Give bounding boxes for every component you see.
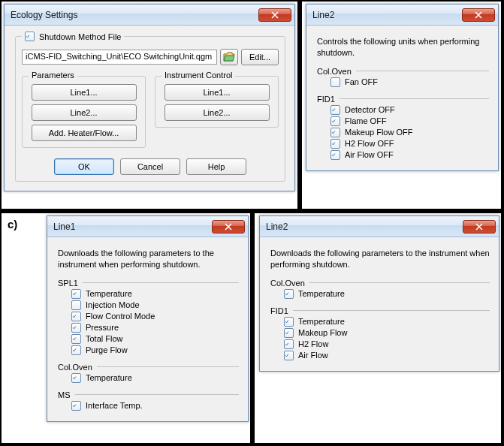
shutdown-method-group: Shutdown Method File iCMS-FID_Switching_… <box>15 36 285 182</box>
dialog-params-line1: Line1 Downloads the following parameters… <box>47 215 249 422</box>
titlebar: Line1 <box>47 216 248 237</box>
description-text: Downloads the following parameters to th… <box>58 248 239 271</box>
close-icon <box>475 11 482 19</box>
close-button[interactable] <box>212 220 245 234</box>
section-label: Col.Oven <box>58 363 92 372</box>
section-label: Col.Oven <box>270 279 305 288</box>
section-col-oven: Col.Oven <box>317 67 489 76</box>
instr-line2-button[interactable]: Line2... <box>164 104 270 121</box>
makeup-flow-off-checkbox[interactable] <box>330 128 340 137</box>
dialog-title: Line2 <box>266 221 463 232</box>
coloven-temperature-checkbox[interactable] <box>71 373 81 383</box>
parameters-group: Parameters Line1... Line2... Add. Heater… <box>22 76 146 148</box>
section-label: MS <box>58 390 71 399</box>
fan-off-checkbox[interactable] <box>330 77 340 87</box>
makeup-flow-checkbox[interactable] <box>284 328 294 338</box>
dialog-params-line2: Line2 Downloads the following parameters… <box>259 215 499 372</box>
instrument-control-legend: Instrument Control <box>161 71 235 80</box>
titlebar: Line2 <box>306 5 498 26</box>
dialog-title: Line1 <box>53 221 212 232</box>
h2-flow-checkbox[interactable] <box>284 339 294 349</box>
params-line1-button[interactable]: Line1... <box>32 84 137 101</box>
dialog-title: Ecology Settings <box>11 10 258 20</box>
folder-open-icon <box>223 52 235 62</box>
fid-temperature-checkbox[interactable] <box>284 317 294 327</box>
method-file-input[interactable]: iCMS-FID_Switching_Unit\ECO SwitchingUni… <box>22 50 217 65</box>
dialog-instrument-line2: Line2 Controls the following units when … <box>306 4 499 171</box>
section-spl1: SPL1 <box>58 279 239 288</box>
browse-button[interactable] <box>220 49 238 65</box>
section-label: SPL1 <box>58 279 78 288</box>
dialog-ecology-settings: Ecology Settings Shutdown Method File iC… <box>4 4 295 191</box>
checkbox-label: Temperature <box>298 289 345 298</box>
air-flow-off-checkbox[interactable] <box>330 150 340 160</box>
checkbox-label: Injection Mode <box>86 300 140 309</box>
injection-mode-checkbox[interactable] <box>71 300 81 310</box>
checkbox-label: Total Flow <box>86 334 123 343</box>
instrument-control-group: Instrument Control Line1... Line2... <box>155 76 279 128</box>
help-button[interactable]: Help <box>186 158 246 175</box>
parameters-legend: Parameters <box>29 71 77 80</box>
pressure-checkbox[interactable] <box>71 323 81 333</box>
edit-button[interactable]: Edit... <box>241 49 279 65</box>
section-label: FID1 <box>270 306 288 315</box>
checkbox-label: Pressure <box>86 323 119 332</box>
flame-off-checkbox[interactable] <box>330 116 340 126</box>
cancel-button[interactable]: Cancel <box>120 158 180 175</box>
checkbox-label: Air Flow OFF <box>345 150 394 159</box>
section-ms: MS <box>58 390 239 399</box>
section-fid1: FID1 <box>270 306 490 315</box>
checkbox-label: Makeup Flow OFF <box>345 128 412 137</box>
close-button[interactable] <box>258 8 291 22</box>
checkbox-label: Temperature <box>298 317 345 326</box>
dialog-title: Line2 <box>312 10 462 20</box>
section-label: Col.Oven <box>317 67 352 76</box>
section-col-oven: Col.Oven <box>270 279 490 288</box>
checkbox-label: Purge Flow <box>86 345 128 354</box>
params-add-heater-flow-button[interactable]: Add. Heater/Flow... <box>32 125 137 141</box>
instr-line1-button[interactable]: Line1... <box>164 84 270 101</box>
checkbox-label: Fan OFF <box>345 77 378 86</box>
checkbox-label: Temperature <box>86 289 132 298</box>
panel-c: c) Line1 Downloads the following paramet… <box>0 212 252 444</box>
detector-off-checkbox[interactable] <box>330 105 340 115</box>
checkbox-label: H2 Flow <box>298 339 328 348</box>
checkbox-label: H2 Flow OFF <box>345 139 394 148</box>
description-text: Controls the following units when perfor… <box>317 36 489 59</box>
checkbox-label: Detector OFF <box>345 105 395 114</box>
purge-flow-checkbox[interactable] <box>71 345 81 355</box>
close-icon <box>475 223 483 231</box>
interface-temp-checkbox[interactable] <box>71 401 81 411</box>
titlebar: Ecology Settings <box>5 5 294 26</box>
close-button[interactable] <box>463 220 496 234</box>
total-flow-checkbox[interactable] <box>71 334 81 344</box>
annotation-c: c) <box>8 218 17 231</box>
coloven-temperature-checkbox[interactable] <box>284 289 294 299</box>
params-line2-button[interactable]: Line2... <box>32 104 137 121</box>
close-icon <box>225 223 232 231</box>
ok-button[interactable]: OK <box>54 158 114 175</box>
h2-flow-off-checkbox[interactable] <box>330 139 340 149</box>
section-col-oven: Col.Oven <box>58 363 239 372</box>
temperature-checkbox[interactable] <box>71 289 81 299</box>
air-flow-checkbox[interactable] <box>284 351 294 360</box>
close-button[interactable] <box>462 8 495 22</box>
close-icon <box>271 11 279 19</box>
titlebar: Line2 <box>260 216 499 237</box>
panel-d: d) Line2 Downloads the following paramet… <box>253 212 502 444</box>
checkbox-label: Temperature <box>86 373 132 382</box>
description-text: Downloads the following parameters to th… <box>270 248 490 271</box>
panel-a: a) Ecology Settings Shutdown Method File… <box>0 0 299 210</box>
checkbox-label: Interface Temp. <box>86 401 143 410</box>
section-label: FID1 <box>317 95 335 104</box>
shutdown-method-checkbox[interactable] <box>25 32 35 41</box>
checkbox-label: Air Flow <box>298 351 328 360</box>
panel-b: b) Line2 Controls the following units wh… <box>300 0 502 210</box>
section-fid1: FID1 <box>317 95 489 104</box>
flow-control-mode-checkbox[interactable] <box>71 312 81 321</box>
checkbox-label: Flow Control Mode <box>86 312 155 321</box>
shutdown-method-label: Shutdown Method File <box>39 32 121 41</box>
checkbox-label: Makeup Flow <box>298 328 347 337</box>
checkbox-label: Flame OFF <box>345 116 387 125</box>
